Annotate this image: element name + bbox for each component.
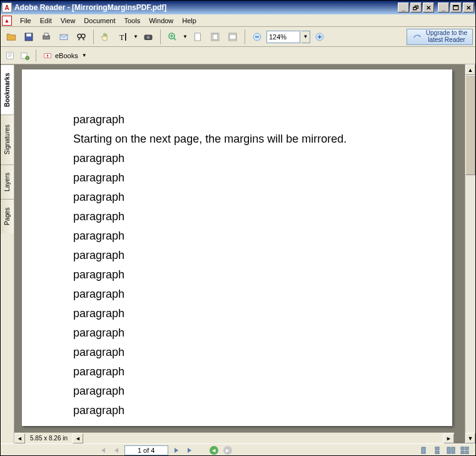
review-button[interactable] [18, 49, 32, 63]
facing-view-button[interactable] [445, 445, 457, 455]
menu-document[interactable]: Document [79, 16, 119, 26]
svg-rect-27 [422, 447, 425, 453]
separator [245, 29, 245, 44]
page-container[interactable]: paragraphStarting on the next page, the … [14, 64, 465, 443]
document-text-line: paragraph [73, 346, 452, 359]
page-navigator: 1 of 4 ◄ ► [97, 445, 233, 455]
window-title: Adobe Reader - [MirroringMarginsPDF.pdf] [14, 3, 398, 12]
zoom-dropdown[interactable]: ▼ [301, 31, 310, 43]
text-tool-dropdown[interactable]: ▼ [133, 34, 139, 39]
snapshot-tool-button[interactable] [140, 29, 156, 45]
svg-point-6 [81, 34, 85, 38]
document-text-line: paragraph [73, 288, 452, 301]
fit-page-button[interactable] [207, 29, 223, 45]
mdi-minimize-button[interactable]: _ [398, 3, 409, 13]
zoom-tool-dropdown[interactable]: ▼ [182, 34, 188, 39]
page-number-text: 1 of 4 [138, 447, 155, 454]
svg-rect-34 [461, 451, 464, 454]
menu-file[interactable]: File [16, 16, 36, 26]
separator [160, 29, 161, 44]
document-text-line: paragraph [73, 171, 452, 185]
next-view-button[interactable]: ► [222, 445, 233, 455]
tab-layers[interactable]: Layers [1, 165, 14, 199]
email-button[interactable] [56, 29, 72, 45]
secondary-toolbar: eBooks ▼ [1, 47, 475, 64]
document-text-line: paragraph [73, 210, 452, 223]
document-text-line: paragraph [73, 404, 452, 417]
page-dimensions: 5.85 x 8.26 in [25, 435, 73, 442]
separator [93, 29, 94, 44]
document-text-line: paragraph [73, 268, 452, 281]
search-button[interactable] [73, 29, 89, 45]
vscroll-track[interactable] [465, 75, 475, 433]
page-number-input[interactable]: 1 of 4 [124, 445, 168, 455]
svg-rect-14 [213, 34, 218, 39]
mdi-restore-button[interactable]: 🗗 [410, 3, 422, 13]
next-page-button[interactable] [171, 445, 182, 455]
svg-text:T: T [119, 33, 124, 41]
svg-rect-3 [44, 33, 48, 36]
tab-signatures[interactable]: Signatures [1, 114, 14, 165]
hscroll-left-button[interactable]: ◄ [14, 433, 25, 443]
actual-size-button[interactable] [190, 29, 206, 45]
hscroll-right-button[interactable]: ► [443, 433, 454, 443]
svg-point-10 [147, 36, 150, 39]
ebooks-button[interactable]: eBooks ▼ [40, 49, 89, 63]
prev-view-button[interactable]: ◄ [208, 445, 220, 455]
hand-tool-button[interactable] [98, 29, 114, 45]
print-button[interactable] [38, 29, 54, 45]
zoom-in-button[interactable] [165, 29, 181, 45]
svg-point-24 [26, 56, 29, 59]
text-select-tool-button[interactable]: T [115, 29, 131, 45]
tab-pages[interactable]: Pages [1, 199, 14, 233]
svg-rect-1 [26, 33, 31, 36]
menu-help[interactable]: Help [178, 16, 201, 26]
zoom-level-input[interactable]: 124% [266, 31, 300, 43]
zoom-value: 124% [269, 33, 286, 41]
open-button[interactable] [3, 29, 19, 45]
menu-view[interactable]: View [56, 16, 80, 26]
document-text-line: paragraph [73, 365, 452, 378]
document-text-line: paragraph [73, 307, 452, 320]
tab-bookmarks[interactable]: Bookmarks [1, 64, 14, 114]
ebooks-label: eBooks [55, 52, 78, 59]
reading-mode-button[interactable] [3, 49, 17, 63]
minimize-button[interactable]: _ [438, 3, 449, 13]
first-page-button[interactable] [97, 445, 108, 455]
prev-page-button[interactable] [111, 445, 122, 455]
vscroll-down-button[interactable]: ▼ [465, 433, 475, 443]
svg-point-5 [78, 34, 81, 38]
upgrade-reader-button[interactable]: Upgrade to thelatest Reader [407, 29, 473, 45]
save-button[interactable] [21, 29, 37, 45]
menu-window[interactable]: Window [144, 16, 178, 26]
continuous-view-button[interactable] [432, 445, 443, 455]
fit-width-button[interactable] [225, 29, 241, 45]
zoom-in-plus-button[interactable] [311, 29, 328, 45]
zoom-out-button[interactable] [249, 29, 265, 45]
close-button[interactable]: ✕ [463, 3, 474, 13]
svg-rect-28 [435, 447, 439, 450]
vscroll-up-button[interactable]: ▲ [465, 64, 475, 75]
svg-rect-31 [452, 447, 455, 453]
svg-rect-30 [447, 447, 450, 453]
document-text-line: paragraph [73, 385, 452, 398]
document-text-line: paragraph [73, 249, 452, 262]
document-text-line: paragraph [73, 152, 452, 165]
svg-rect-29 [435, 451, 439, 454]
window-controls-inner: _ 🗗 ✕ [398, 3, 434, 13]
menu-edit[interactable]: Edit [36, 16, 56, 26]
single-page-view-button[interactable] [418, 445, 429, 455]
menu-tools[interactable]: Tools [120, 16, 145, 26]
last-page-button[interactable] [185, 445, 196, 455]
mdi-close-button[interactable]: ✕ [423, 3, 434, 13]
continuous-facing-view-button[interactable] [459, 445, 470, 455]
maximize-button[interactable]: 🗖 [450, 3, 462, 13]
hscroll-left2-button[interactable]: ◄ [73, 433, 83, 443]
window-controls-outer: _ 🗖 ✕ [438, 3, 474, 13]
vscroll-thumb[interactable] [465, 75, 475, 175]
document-text-line: paragraph [73, 327, 452, 340]
horizontal-status-bar: ◄ 5.85 x 8.26 in ◄ ► [14, 432, 454, 443]
svg-rect-35 [465, 451, 468, 454]
document-area: paragraphStarting on the next page, the … [14, 64, 475, 443]
document-text-line: Starting on the next page, the margins w… [73, 133, 452, 146]
